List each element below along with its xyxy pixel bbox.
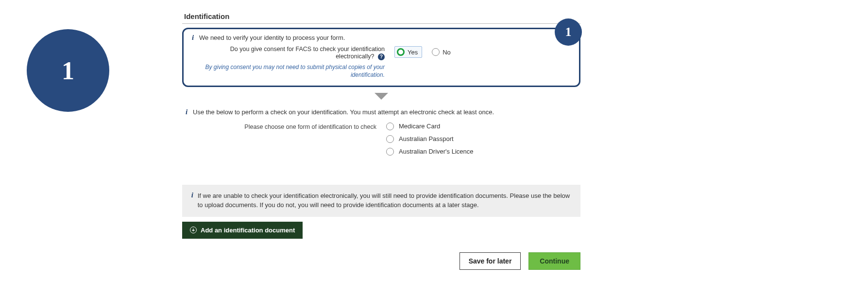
continue-label: Continue [540,257,569,265]
consent-question: Do you give consent for FACS to check yo… [230,46,385,60]
choose-id-label: Please choose one form of identification… [182,123,376,130]
id-option-label: Australian Passport [399,135,454,142]
info-icon: i [184,108,189,116]
radio-icon [397,48,405,56]
consent-hint: By giving consent you may not need to su… [200,63,385,79]
check-heading-row: i Use the below to perform a check on yo… [184,108,580,116]
consent-heading: We need to verify your identity to proce… [199,34,345,41]
id-option-licence[interactable]: Australian Driver's Licence [386,148,474,156]
section-divider [182,23,580,24]
consent-heading-row: i We need to verify your identity to pro… [190,34,572,41]
chevron-down-icon [374,93,388,100]
id-option-passport[interactable]: Australian Passport [386,135,474,143]
radio-icon [386,148,394,156]
save-for-later-button[interactable]: Save for later [460,252,521,270]
add-document-label: Add an identification document [201,227,295,234]
id-option-label: Australian Driver's Licence [399,148,474,155]
consent-option-no[interactable]: No [432,48,451,56]
id-option-medicare[interactable]: Medicare Card [386,123,474,130]
info-icon: i [190,34,195,41]
step-badge-small-text: 1 [565,25,572,39]
consent-option-yes[interactable]: Yes [394,46,422,58]
radio-icon [386,135,394,143]
id-option-label: Medicare Card [399,123,440,130]
radio-icon [432,48,440,56]
radio-icon [386,123,394,130]
add-document-button[interactable]: + Add an identification document [182,222,303,239]
fallback-notice-text: If we are unable to check your identific… [198,192,572,210]
consent-panel: 1 i We need to verify your identity to p… [182,28,580,87]
step-badge-large-text: 1 [62,56,74,85]
consent-option-no-label: No [443,49,451,56]
info-icon: i [191,192,194,210]
plus-circle-icon: + [190,227,197,233]
step-badge-large: 1 [27,29,109,112]
fallback-notice: i If we are unable to check your identif… [182,185,580,217]
identification-form: Identification 1 i We need to verify you… [182,12,580,270]
check-heading: Use the below to perform a check on your… [193,108,494,116]
help-icon[interactable]: ? [378,53,385,60]
step-badge-small: 1 [555,18,582,46]
continue-button[interactable]: Continue [528,252,580,270]
save-label: Save for later [469,257,512,265]
section-title: Identification [184,12,580,20]
consent-option-yes-label: Yes [408,49,418,56]
